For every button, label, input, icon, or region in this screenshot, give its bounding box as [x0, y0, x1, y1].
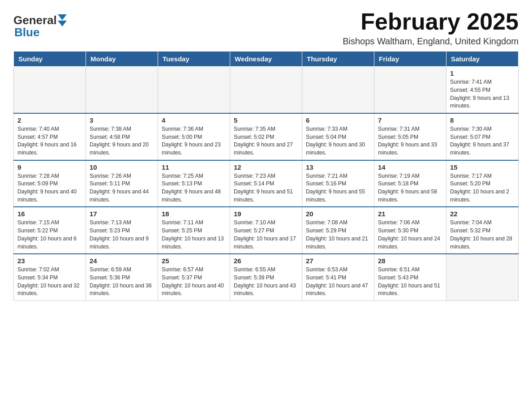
calendar-cell: 10Sunrise: 7:26 AMSunset: 5:11 PMDayligh… [86, 160, 158, 207]
calendar-week-row: 16Sunrise: 7:15 AMSunset: 5:22 PMDayligh… [14, 207, 519, 254]
weekday-header-monday: Monday [86, 51, 158, 67]
calendar-cell: 16Sunrise: 7:15 AMSunset: 5:22 PMDayligh… [14, 207, 86, 254]
weekday-header-saturday: Saturday [446, 51, 519, 67]
page-header: General Blue February 2025 Bishops Walth… [13, 9, 519, 47]
day-number: 10 [90, 163, 154, 171]
day-info: Sunrise: 7:31 AMSunset: 5:05 PMDaylight:… [378, 125, 442, 157]
day-info: Sunrise: 7:17 AMSunset: 5:20 PMDaylight:… [450, 172, 515, 204]
day-info: Sunrise: 7:19 AMSunset: 5:18 PMDaylight:… [378, 172, 442, 204]
day-number: 24 [90, 257, 154, 265]
day-number: 23 [17, 257, 82, 265]
weekday-header-sunday: Sunday [14, 51, 86, 67]
weekday-header-friday: Friday [374, 51, 446, 67]
day-number: 12 [234, 163, 298, 171]
day-info: Sunrise: 6:55 AMSunset: 5:39 PMDaylight:… [234, 266, 298, 298]
day-info: Sunrise: 7:08 AMSunset: 5:29 PMDaylight:… [306, 219, 370, 251]
day-info: Sunrise: 7:33 AMSunset: 5:04 PMDaylight:… [306, 125, 370, 157]
calendar-table: SundayMondayTuesdayWednesdayThursdayFrid… [13, 51, 519, 301]
calendar-cell: 24Sunrise: 6:59 AMSunset: 5:36 PMDayligh… [86, 254, 158, 300]
calendar-cell [158, 67, 230, 113]
calendar-cell: 27Sunrise: 6:53 AMSunset: 5:41 PMDayligh… [302, 254, 374, 300]
calendar-cell [14, 67, 86, 113]
day-info: Sunrise: 7:02 AMSunset: 5:34 PMDaylight:… [17, 266, 82, 298]
day-info: Sunrise: 7:40 AMSunset: 4:57 PMDaylight:… [17, 125, 82, 157]
day-number: 15 [450, 163, 515, 171]
calendar-cell: 2Sunrise: 7:40 AMSunset: 4:57 PMDaylight… [14, 113, 86, 160]
day-number: 17 [90, 210, 154, 218]
day-info: Sunrise: 7:41 AMSunset: 4:55 PMDaylight:… [450, 78, 515, 110]
day-info: Sunrise: 6:53 AMSunset: 5:41 PMDaylight:… [306, 266, 370, 298]
day-number: 11 [162, 163, 226, 171]
day-number: 7 [378, 116, 442, 124]
calendar-cell: 11Sunrise: 7:25 AMSunset: 5:13 PMDayligh… [158, 160, 230, 207]
calendar-cell: 3Sunrise: 7:38 AMSunset: 4:58 PMDaylight… [86, 113, 158, 160]
day-info: Sunrise: 7:36 AMSunset: 5:00 PMDaylight:… [162, 125, 226, 157]
calendar-cell: 26Sunrise: 6:55 AMSunset: 5:39 PMDayligh… [230, 254, 302, 300]
day-number: 21 [378, 210, 442, 218]
weekday-header-row: SundayMondayTuesdayWednesdayThursdayFrid… [14, 51, 519, 67]
day-info: Sunrise: 6:57 AMSunset: 5:37 PMDaylight:… [162, 266, 226, 298]
day-info: Sunrise: 7:13 AMSunset: 5:23 PMDaylight:… [90, 219, 154, 251]
day-info: Sunrise: 7:21 AMSunset: 5:16 PMDaylight:… [306, 172, 370, 204]
calendar-cell: 17Sunrise: 7:13 AMSunset: 5:23 PMDayligh… [86, 207, 158, 254]
calendar-cell: 15Sunrise: 7:17 AMSunset: 5:20 PMDayligh… [446, 160, 519, 207]
weekday-header-wednesday: Wednesday [230, 51, 302, 67]
day-number: 13 [306, 163, 370, 171]
day-info: Sunrise: 7:11 AMSunset: 5:25 PMDaylight:… [162, 219, 226, 251]
day-number: 6 [306, 116, 370, 124]
day-number: 14 [378, 163, 442, 171]
weekday-header-tuesday: Tuesday [158, 51, 230, 67]
calendar-cell: 14Sunrise: 7:19 AMSunset: 5:18 PMDayligh… [374, 160, 446, 207]
day-number: 8 [450, 116, 515, 124]
day-number: 22 [450, 210, 515, 218]
calendar-cell: 6Sunrise: 7:33 AMSunset: 5:04 PMDaylight… [302, 113, 374, 160]
day-info: Sunrise: 6:51 AMSunset: 5:43 PMDaylight:… [378, 266, 442, 298]
day-info: Sunrise: 6:59 AMSunset: 5:36 PMDaylight:… [90, 266, 154, 298]
calendar-cell [446, 254, 519, 300]
calendar-cell: 1Sunrise: 7:41 AMSunset: 4:55 PMDaylight… [446, 67, 519, 113]
calendar-cell: 8Sunrise: 7:30 AMSunset: 5:07 PMDaylight… [446, 113, 519, 160]
calendar-cell: 21Sunrise: 7:06 AMSunset: 5:30 PMDayligh… [374, 207, 446, 254]
day-number: 26 [234, 257, 298, 265]
day-number: 4 [162, 116, 226, 124]
day-number: 16 [17, 210, 82, 218]
calendar-week-row: 9Sunrise: 7:28 AMSunset: 5:09 PMDaylight… [14, 160, 519, 207]
calendar-cell: 7Sunrise: 7:31 AMSunset: 5:05 PMDaylight… [374, 113, 446, 160]
day-number: 2 [17, 116, 82, 124]
calendar-cell: 4Sunrise: 7:36 AMSunset: 5:00 PMDaylight… [158, 113, 230, 160]
day-number: 28 [378, 257, 442, 265]
calendar-cell: 12Sunrise: 7:23 AMSunset: 5:14 PMDayligh… [230, 160, 302, 207]
day-info: Sunrise: 7:28 AMSunset: 5:09 PMDaylight:… [17, 172, 82, 204]
calendar-week-row: 1Sunrise: 7:41 AMSunset: 4:55 PMDaylight… [14, 67, 519, 113]
day-number: 19 [234, 210, 298, 218]
day-number: 3 [90, 116, 154, 124]
calendar-cell: 20Sunrise: 7:08 AMSunset: 5:29 PMDayligh… [302, 207, 374, 254]
day-info: Sunrise: 7:06 AMSunset: 5:30 PMDaylight:… [378, 219, 442, 251]
day-info: Sunrise: 7:35 AMSunset: 5:02 PMDaylight:… [234, 125, 298, 157]
logo-blue: Blue [14, 26, 39, 39]
day-info: Sunrise: 7:38 AMSunset: 4:58 PMDaylight:… [90, 125, 154, 157]
day-info: Sunrise: 7:26 AMSunset: 5:11 PMDaylight:… [90, 172, 154, 204]
calendar-cell: 22Sunrise: 7:04 AMSunset: 5:32 PMDayligh… [446, 207, 519, 254]
day-number: 25 [162, 257, 226, 265]
day-number: 27 [306, 257, 370, 265]
day-number: 9 [17, 163, 82, 171]
day-info: Sunrise: 7:25 AMSunset: 5:13 PMDaylight:… [162, 172, 226, 204]
calendar-cell [230, 67, 302, 113]
day-number: 5 [234, 116, 298, 124]
logo: General Blue [13, 13, 67, 39]
calendar-cell [302, 67, 374, 113]
calendar-week-row: 2Sunrise: 7:40 AMSunset: 4:57 PMDaylight… [14, 113, 519, 160]
title-block: February 2025 Bishops Waltham, England, … [343, 9, 519, 47]
day-info: Sunrise: 7:04 AMSunset: 5:32 PMDaylight:… [450, 219, 515, 251]
calendar-cell: 18Sunrise: 7:11 AMSunset: 5:25 PMDayligh… [158, 207, 230, 254]
calendar-cell: 28Sunrise: 6:51 AMSunset: 5:43 PMDayligh… [374, 254, 446, 300]
calendar-cell [374, 67, 446, 113]
day-number: 1 [450, 69, 515, 77]
day-number: 20 [306, 210, 370, 218]
day-info: Sunrise: 7:10 AMSunset: 5:27 PMDaylight:… [234, 219, 298, 251]
day-number: 18 [162, 210, 226, 218]
day-info: Sunrise: 7:23 AMSunset: 5:14 PMDaylight:… [234, 172, 298, 204]
calendar-week-row: 23Sunrise: 7:02 AMSunset: 5:34 PMDayligh… [14, 254, 519, 300]
month-title: February 2025 [343, 9, 519, 34]
